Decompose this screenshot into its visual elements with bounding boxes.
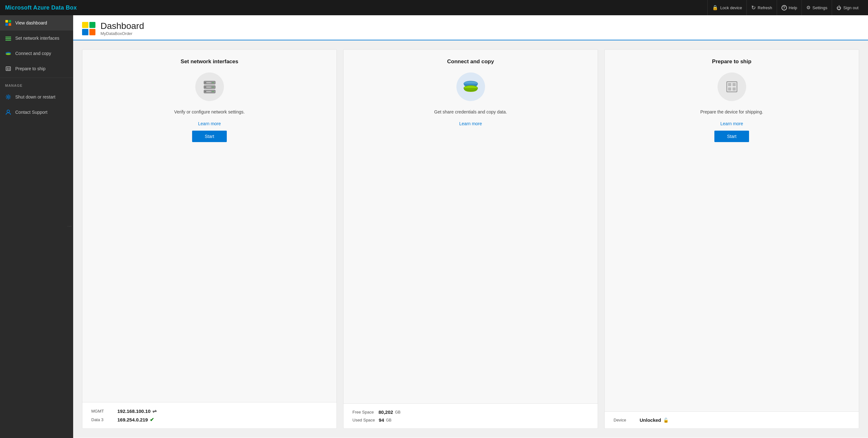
check-icon: ✔ — [150, 417, 154, 423]
sidebar-label-prepare-to-ship: Prepare to ship — [15, 66, 45, 71]
sidebar-label-contact-support: Contact Support — [15, 110, 48, 115]
card-description-network: Verify or configure network settings. — [174, 109, 245, 115]
svg-rect-27 — [207, 91, 211, 92]
page-subtitle: MyDataBoxOrder — [100, 31, 144, 36]
main-layout: View dashboard Set network interfaces — [0, 15, 868, 438]
sidebar-item-set-network-interfaces[interactable]: Set network interfaces — [0, 31, 73, 46]
top-navigation: Microsoft Azure Data Box 🔒 Lock device ↻… — [0, 0, 868, 15]
svg-point-15 — [7, 96, 9, 98]
refresh-button[interactable]: ↻ Refresh — [746, 0, 777, 15]
svg-rect-23 — [207, 87, 211, 88]
sidebar-label-set-network-interfaces: Set network interfaces — [15, 36, 60, 41]
refresh-label: Refresh — [757, 5, 772, 10]
sign-out-icon: ⏻ — [837, 5, 841, 10]
database-stack-icon — [462, 78, 480, 95]
stat-value-mgmt: 192.168.100.10 ⇌ — [117, 408, 156, 414]
svg-rect-34 — [728, 83, 731, 86]
lock-icon: 🔒 — [712, 5, 718, 10]
svg-rect-19 — [207, 82, 211, 83]
svg-rect-13 — [7, 69, 8, 70]
svg-point-16 — [7, 110, 9, 112]
card-learn-more-copy[interactable]: Learn more — [459, 121, 482, 126]
card-learn-more-ship[interactable]: Learn more — [720, 121, 743, 126]
card-bottom-ship: Device Unlocked 🔓 — [604, 411, 859, 429]
card-learn-more-network[interactable]: Learn more — [198, 121, 221, 126]
lock-device-label: Lock device — [720, 5, 742, 10]
sidebar: View dashboard Set network interfaces — [0, 15, 73, 438]
person-icon — [5, 109, 11, 115]
svg-rect-11 — [7, 68, 8, 69]
stat-label-mgmt: MGMT — [91, 409, 114, 413]
copy-icon — [5, 50, 11, 57]
svg-rect-10 — [6, 67, 10, 71]
page-header-text: Dashboard MyDataBoxOrder — [100, 21, 144, 36]
card-top-ship: Prepare to ship Prepare the device for s… — [604, 49, 859, 411]
svg-rect-5 — [5, 38, 11, 39]
dashboard-icon — [82, 22, 95, 35]
stat-value-used-space: 94 GB — [379, 417, 392, 423]
card-bottom-network: MGMT 192.168.100.10 ⇌ Data 3 169.254.0.2… — [82, 402, 337, 429]
settings-label: Settings — [812, 5, 827, 10]
page-title: Dashboard — [100, 21, 144, 31]
card-set-network-interfaces: Set network interfaces — [82, 49, 337, 429]
gear-icon — [5, 94, 11, 100]
sidebar-item-view-dashboard[interactable]: View dashboard — [0, 15, 73, 31]
stat-row-mgmt: MGMT 192.168.100.10 ⇌ — [91, 408, 328, 414]
unlocked-icon: 🔓 — [663, 418, 669, 423]
card-title-copy: Connect and copy — [447, 59, 494, 65]
svg-rect-4 — [5, 37, 11, 37]
ship-icon — [5, 65, 11, 72]
help-button[interactable]: ? Help — [777, 0, 802, 15]
stat-label-data3: Data 3 — [91, 417, 114, 422]
refresh-icon: ↻ — [751, 4, 756, 11]
svg-rect-35 — [733, 83, 736, 86]
card-start-button-network[interactable]: Start — [192, 131, 227, 142]
svg-rect-14 — [8, 69, 9, 70]
svg-rect-12 — [8, 68, 9, 69]
sidebar-resize-gripper[interactable]: ⋮ — [67, 225, 72, 229]
stat-label-device: Device — [614, 418, 636, 423]
svg-rect-24 — [212, 87, 214, 88]
stat-value-free-space: 80,202 GB — [378, 409, 400, 415]
stat-unit-used-space: GB — [386, 418, 392, 423]
box-icon — [723, 78, 740, 95]
sign-out-button[interactable]: ⏻ Sign out — [832, 0, 863, 15]
sidebar-item-connect-and-copy[interactable]: Connect and copy — [0, 46, 73, 61]
svg-rect-2 — [5, 23, 8, 26]
svg-rect-22 — [205, 87, 206, 88]
sidebar-item-prepare-to-ship[interactable]: Prepare to ship — [0, 61, 73, 76]
stat-row-device: Device Unlocked 🔓 — [614, 417, 850, 423]
sidebar-item-shut-down-or-restart[interactable]: Shut down or restart — [0, 89, 73, 105]
svg-rect-3 — [8, 23, 11, 26]
svg-rect-36 — [728, 88, 731, 91]
card-start-button-ship[interactable]: Start — [714, 131, 749, 142]
sidebar-divider — [0, 77, 73, 78]
sidebar-label-connect-and-copy: Connect and copy — [15, 51, 51, 56]
stat-label-free-space: Free Space — [352, 410, 375, 414]
lock-device-button[interactable]: 🔒 Lock device — [707, 0, 746, 15]
svg-rect-37 — [733, 88, 736, 91]
stat-row-data3: Data 3 169.254.0.219 ✔ — [91, 417, 328, 423]
card-icon-ship — [718, 72, 746, 101]
settings-button[interactable]: ⚙ Settings — [802, 0, 832, 15]
main-content: Dashboard MyDataBoxOrder Set network int… — [73, 15, 868, 438]
card-top-network: Set network interfaces — [82, 49, 337, 402]
grid-icon — [5, 20, 11, 26]
sidebar-item-contact-support[interactable]: Contact Support — [0, 105, 73, 120]
svg-rect-1 — [8, 20, 11, 23]
svg-rect-18 — [205, 82, 206, 83]
card-connect-and-copy: Connect and copy Get s — [343, 49, 598, 429]
card-title-ship: Prepare to ship — [712, 59, 752, 65]
stat-row-used-space: Used Space 94 GB — [352, 417, 589, 423]
card-description-copy: Get share credentials and copy data. — [434, 109, 507, 115]
sign-out-label: Sign out — [843, 5, 859, 10]
svg-rect-0 — [5, 20, 8, 23]
card-title-network: Set network interfaces — [181, 59, 238, 65]
network-icon — [5, 35, 11, 41]
svg-rect-6 — [5, 40, 11, 41]
page-header: Dashboard MyDataBoxOrder — [73, 15, 868, 40]
help-label: Help — [789, 5, 797, 10]
stat-unit-free-space: GB — [395, 410, 400, 414]
svg-rect-26 — [205, 91, 206, 92]
card-bottom-copy: Free Space 80,202 GB Used Space 94 GB — [343, 403, 598, 429]
